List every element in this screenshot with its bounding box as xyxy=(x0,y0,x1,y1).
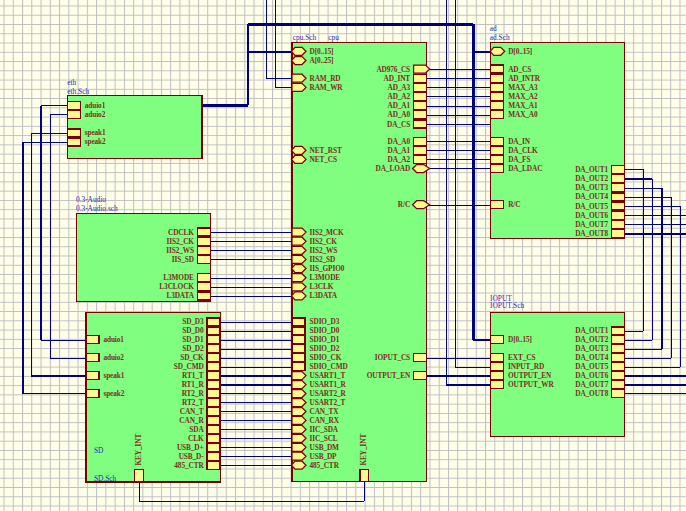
svg-text:aduio1: aduio1 xyxy=(85,101,106,110)
svg-text:DA_CS: DA_CS xyxy=(387,120,410,129)
svg-text:IIS2_WS: IIS2_WS xyxy=(166,246,194,255)
svg-text:DA_OUT3: DA_OUT3 xyxy=(575,183,608,192)
svg-text:DA_LOAD: DA_LOAD xyxy=(376,164,411,173)
svg-text:DA_OUT6: DA_OUT6 xyxy=(575,211,608,220)
svg-text:eth.Sch: eth.Sch xyxy=(67,87,89,96)
svg-text:SD_CK: SD_CK xyxy=(180,353,204,362)
svg-text:CAN_RX: CAN_RX xyxy=(310,416,340,425)
svg-text:speak1: speak1 xyxy=(85,128,106,137)
svg-text:DA_OUT3: DA_OUT3 xyxy=(575,344,608,353)
svg-text:DA_OUT4: DA_OUT4 xyxy=(575,192,608,201)
svg-text:SD_D3: SD_D3 xyxy=(182,317,204,326)
svg-text:IIC_SDA: IIC_SDA xyxy=(310,425,339,434)
svg-text:AD976_CS: AD976_CS xyxy=(376,65,410,74)
svg-text:RAM_WR: RAM_WR xyxy=(310,83,344,92)
svg-text:IIS2_MCK: IIS2_MCK xyxy=(310,228,344,237)
svg-text:aduio2: aduio2 xyxy=(85,110,106,119)
svg-text:485_CTR: 485_CTR xyxy=(310,461,340,470)
svg-text:L3CLK: L3CLK xyxy=(310,282,334,291)
svg-text:CDCLK: CDCLK xyxy=(168,228,194,237)
svg-text:NET_RST: NET_RST xyxy=(310,146,342,155)
svg-text:DA_OUT4: DA_OUT4 xyxy=(575,353,608,362)
svg-text:DA_OUT6: DA_OUT6 xyxy=(575,371,608,380)
svg-text:DA_OUT8: DA_OUT8 xyxy=(575,229,608,238)
svg-text:RAM_RD: RAM_RD xyxy=(310,74,341,83)
svg-text:MAX_A0: MAX_A0 xyxy=(508,110,538,119)
svg-text:485_CTR: 485_CTR xyxy=(174,461,204,470)
svg-text:EXT_CS: EXT_CS xyxy=(508,353,535,362)
svg-text:USART2_R: USART2_R xyxy=(310,389,347,398)
svg-text:DA_OUT1: DA_OUT1 xyxy=(575,326,608,335)
svg-text:DA_IN: DA_IN xyxy=(508,137,531,146)
svg-text:USB_D+: USB_D+ xyxy=(177,443,204,452)
svg-text:speak2: speak2 xyxy=(103,389,124,398)
svg-text:speak1: speak1 xyxy=(103,371,124,380)
svg-text:OUTPUT_WR: OUTPUT_WR xyxy=(508,380,555,389)
svg-text:SDIO_D0: SDIO_D0 xyxy=(310,326,340,335)
svg-text:USB_DM: USB_DM xyxy=(310,443,340,452)
svg-text:AD_A3: AD_A3 xyxy=(387,83,410,92)
svg-text:DA_OUT8: DA_OUT8 xyxy=(575,389,608,398)
svg-text:AD_A0: AD_A0 xyxy=(387,110,410,119)
svg-text:R/C: R/C xyxy=(508,200,520,209)
svg-text:cpu.Sch: cpu.Sch xyxy=(293,33,317,42)
svg-text:RT2_T: RT2_T xyxy=(182,398,204,407)
svg-text:AD_INT: AD_INT xyxy=(384,74,411,83)
svg-text:CAN_TX: CAN_TX xyxy=(310,407,340,416)
svg-text:USB_DP: USB_DP xyxy=(310,452,338,461)
svg-text:AD_A1: AD_A1 xyxy=(387,101,410,110)
svg-text:IIS2_CK: IIS2_CK xyxy=(167,237,195,246)
svg-text:MAX_A2: MAX_A2 xyxy=(508,92,538,101)
svg-text:SD.Sch: SD.Sch xyxy=(94,474,117,483)
svg-text:USART1_T: USART1_T xyxy=(310,371,346,380)
svg-text:RT1_T: RT1_T xyxy=(182,371,204,380)
svg-text:CAN_T: CAN_T xyxy=(180,407,204,416)
svg-text:cpu: cpu xyxy=(328,33,339,42)
svg-text:DA_CLK: DA_CLK xyxy=(508,146,538,155)
svg-text:SDIO_CK: SDIO_CK xyxy=(310,353,342,362)
svg-text:OUTPUT_EN: OUTPUT_EN xyxy=(508,371,552,380)
svg-text:L3DATA: L3DATA xyxy=(166,291,194,300)
svg-text:SD_D0: SD_D0 xyxy=(182,326,204,335)
svg-text:0.3-Audio.sch: 0.3-Audio.sch xyxy=(76,204,118,213)
svg-text:speak2: speak2 xyxy=(85,137,106,146)
svg-text:MAX_A3: MAX_A3 xyxy=(508,83,538,92)
svg-text:DA_A2: DA_A2 xyxy=(387,155,410,164)
svg-text:SD_D1: SD_D1 xyxy=(182,335,204,344)
svg-text:IIS2_WS: IIS2_WS xyxy=(310,246,338,255)
svg-text:SDA: SDA xyxy=(189,425,204,434)
svg-text:D[0..15]: D[0..15] xyxy=(508,335,532,344)
svg-text:DA_OUT5: DA_OUT5 xyxy=(575,362,608,371)
svg-text:IIC_SCL: IIC_SCL xyxy=(310,434,338,443)
svg-text:CAN_R: CAN_R xyxy=(179,416,204,425)
svg-text:IIS_SD: IIS_SD xyxy=(172,255,194,264)
svg-text:SDIO_CMD: SDIO_CMD xyxy=(310,362,348,371)
svg-text:IIS_GPIO0: IIS_GPIO0 xyxy=(310,264,345,273)
svg-text:IOPUT.Sch: IOPUT.Sch xyxy=(490,301,524,310)
svg-text:SDIO_D3: SDIO_D3 xyxy=(310,317,340,326)
svg-text:CLK: CLK xyxy=(188,434,204,443)
svg-text:aduio1: aduio1 xyxy=(103,335,124,344)
svg-text:DA_LDAC: DA_LDAC xyxy=(508,164,542,173)
svg-text:D[0..15]: D[0..15] xyxy=(310,47,334,56)
svg-text:IIS2_CK: IIS2_CK xyxy=(310,237,338,246)
svg-text:AD_A2: AD_A2 xyxy=(387,92,410,101)
svg-text:IOPUT_CS: IOPUT_CS xyxy=(375,353,410,362)
svg-text:A[0..25]: A[0..25] xyxy=(310,56,334,65)
svg-text:ad: ad xyxy=(490,24,497,33)
svg-text:SD_CMD: SD_CMD xyxy=(174,362,204,371)
svg-text:DA_OUT5: DA_OUT5 xyxy=(575,202,608,211)
svg-text:L3DATA: L3DATA xyxy=(310,291,338,300)
svg-text:NET_CS: NET_CS xyxy=(310,155,337,164)
svg-text:aduio2: aduio2 xyxy=(103,353,124,362)
svg-text:DA_OUT2: DA_OUT2 xyxy=(575,174,608,183)
svg-text:IIS2_SD: IIS2_SD xyxy=(310,255,336,264)
svg-text:RT2_R: RT2_R xyxy=(182,389,205,398)
svg-text:INPUT_RD: INPUT_RD xyxy=(508,362,544,371)
svg-text:DA_OUT1: DA_OUT1 xyxy=(575,165,608,174)
svg-text:SD_D2: SD_D2 xyxy=(182,344,204,353)
svg-text:OUTPUT_EN: OUTPUT_EN xyxy=(367,371,411,380)
svg-text:RT1_R: RT1_R xyxy=(182,380,205,389)
svg-text:MAX_A1: MAX_A1 xyxy=(508,101,538,110)
svg-text:USB_D-: USB_D- xyxy=(179,452,205,461)
